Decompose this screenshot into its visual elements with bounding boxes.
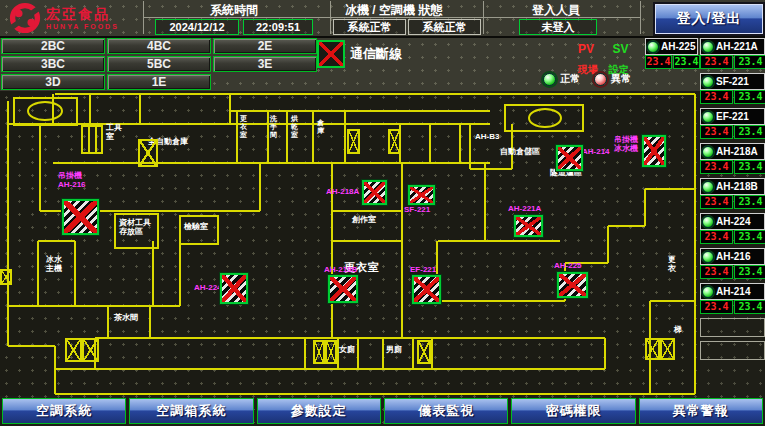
map-equipment-label: AH-221A <box>508 204 541 213</box>
map-equipment-label: 吊掛機 冰水機 <box>614 135 638 153</box>
bottom-tab-bar: 空調系統空調箱系統參數設定儀表監視密碼權限異常警報 <box>0 398 765 424</box>
map-equipment-label: AH-214 <box>582 147 610 156</box>
unit-ef-221[interactable]: EF-221 <box>700 108 765 125</box>
stairwell-x-icon <box>82 338 99 362</box>
unit-ah-216[interactable]: AH-216 <box>700 248 765 265</box>
unit-ah-221a[interactable]: AH-221A <box>700 38 765 55</box>
tab-button-3[interactable]: 參數設定 <box>257 398 381 424</box>
stairwell-x-icon <box>417 340 431 364</box>
hmi-screen: { "header": { "logo_cn": "宏亞食品", "logo_e… <box>0 0 765 426</box>
map-equipment-label: 吊掛機 AH-216 <box>58 171 86 189</box>
unit-ah-214[interactable]: AH-214 <box>700 283 765 300</box>
floor-button-3bc[interactable]: 3BC <box>1 56 105 72</box>
unit-name-label: AH-224 <box>716 216 750 227</box>
unit-sf-221[interactable]: SF-221 <box>700 73 765 90</box>
floor-button-1e[interactable]: 1E <box>107 74 211 90</box>
equipment-comm-fail-icon[interactable] <box>557 272 588 298</box>
unit-empty-slot-1 <box>700 318 765 337</box>
unit-sf-221-pv-value: 23.4 <box>700 90 733 104</box>
equipment-comm-fail-icon[interactable] <box>362 180 387 205</box>
map-room-label: 檢驗室 <box>184 222 208 231</box>
map-room-label: 男廁 <box>386 345 402 354</box>
unit-name-label: AH-218B <box>716 181 758 192</box>
unit-ah-225[interactable]: AH-225 <box>645 38 698 55</box>
unit-ah-225-pv-value: 23.4 <box>645 55 672 69</box>
unit-sf-221-sv-value: 23.4 <box>734 90 765 104</box>
floor-button-grid: 2BC4BC2E3BC5BC3E3D1E <box>1 38 317 90</box>
header-bar: 宏亞食品 HUNYA FOODS 系統時間 2024/12/12 22:09:5… <box>0 0 765 38</box>
map-room-label: 創作室 <box>352 215 376 224</box>
login-logout-button[interactable]: 登入/登出 <box>655 4 763 34</box>
stairwell-x-icon <box>65 338 82 362</box>
floor-button-2e[interactable]: 2E <box>213 38 317 54</box>
unit-ah-218b-pv-value: 23.4 <box>700 195 733 209</box>
unit-ah-224-pv-value: 23.4 <box>700 230 733 244</box>
stairwell-x-icon <box>325 340 337 364</box>
map-room-label: 倉 庫 <box>317 119 324 135</box>
unit-ah-218a[interactable]: AH-218A <box>700 143 765 160</box>
unit-ah-221a-pv-value: 23.4 <box>700 55 733 69</box>
equipment-comm-fail-icon[interactable] <box>556 145 583 171</box>
normal-label: 正常 <box>560 72 580 86</box>
map-equipment-label: SF-221 <box>404 205 430 214</box>
tab-button-2[interactable]: 空調箱系統 <box>129 398 253 424</box>
unit-led-icon <box>702 76 714 88</box>
unit-name-label: SF-221 <box>716 76 749 87</box>
legend-normal: 正常 <box>543 72 580 86</box>
comm-fail-icon <box>317 40 345 68</box>
equipment-comm-fail-icon[interactable] <box>62 199 99 235</box>
unit-ah-218b[interactable]: AH-218B <box>700 178 765 195</box>
unit-ah-214-pv-value: 23.4 <box>700 300 733 314</box>
equipment-comm-fail-icon[interactable] <box>328 275 358 303</box>
equipment-comm-fail-icon[interactable] <box>514 215 543 237</box>
unit-ah-224[interactable]: AH-224 <box>700 213 765 230</box>
chiller-status-value: 系統正常 <box>333 19 406 35</box>
unit-led-icon <box>702 216 714 228</box>
unit-led-icon <box>647 41 659 53</box>
map-room-label: AH-B3 <box>475 132 499 141</box>
floor-button-5bc[interactable]: 5BC <box>107 56 211 72</box>
logo-name-cn: 宏亞食品 <box>46 7 119 21</box>
map-room-label: 洗 手 間 <box>270 115 277 139</box>
pv-label: PV <box>578 42 594 56</box>
tab-button-5[interactable]: 密碼權限 <box>511 398 635 424</box>
unit-name-label: AH-221A <box>716 41 758 52</box>
map-room-label: 烘 乾 室 <box>291 115 298 139</box>
floor-button-2bc[interactable]: 2BC <box>1 38 105 54</box>
floor-button-3e[interactable]: 3E <box>213 56 317 72</box>
logo-icon <box>8 2 42 34</box>
stairwell-x-icon <box>313 340 325 364</box>
unit-name-label: AH-214 <box>716 286 750 297</box>
unit-led-icon <box>702 41 714 53</box>
equipment-comm-fail-icon[interactable] <box>220 273 248 304</box>
map-equipment-label: AH-218B <box>324 265 357 274</box>
unit-ah-214-sv-value: 23.4 <box>734 300 765 314</box>
map-room-label: 工具 室 <box>106 123 122 141</box>
equipment-comm-fail-icon[interactable] <box>412 275 441 304</box>
machine-status-label: 冰機 / 空調機 狀態 <box>345 2 442 19</box>
equipment-comm-fail-icon[interactable] <box>408 185 435 205</box>
unit-ah-218a-sv-value: 23.4 <box>734 160 765 174</box>
unit-ah-221a-sv-value: 23.4 <box>734 55 765 69</box>
tab-button-4[interactable]: 儀表監視 <box>384 398 508 424</box>
login-status-value: 未登入 <box>519 19 597 35</box>
unit-status-panel: AH-22523.423.4AH-221A23.423.4SF-22123.42… <box>645 38 765 368</box>
unit-name-label: AH-225 <box>661 41 695 52</box>
login-user-label: 登入人員 <box>532 2 580 19</box>
comm-fail-label: 通信斷線 <box>350 45 402 63</box>
unit-ah-218b-sv-value: 23.4 <box>734 195 765 209</box>
map-room-label: 資材工具 存放區 <box>119 218 151 236</box>
unit-name-label: AH-218A <box>716 146 758 157</box>
tab-button-1[interactable]: 空調系統 <box>2 398 126 424</box>
unit-empty-slot-2 <box>700 341 765 360</box>
unit-ef-221-sv-value: 23.4 <box>734 125 765 139</box>
floor-button-3d[interactable]: 3D <box>1 74 105 90</box>
floor-button-4bc[interactable]: 4BC <box>107 38 211 54</box>
system-time-value: 22:09:51 <box>243 19 313 35</box>
map-equipment-label: AH-225 <box>554 261 582 270</box>
map-room-label: 自動倉儲區 <box>500 147 540 156</box>
map-room-label: 茶水間 <box>114 313 138 322</box>
unit-ah-225-sv-value: 23.4 <box>673 55 700 69</box>
tab-button-6[interactable]: 異常警報 <box>639 398 763 424</box>
header-separator <box>640 1 641 34</box>
